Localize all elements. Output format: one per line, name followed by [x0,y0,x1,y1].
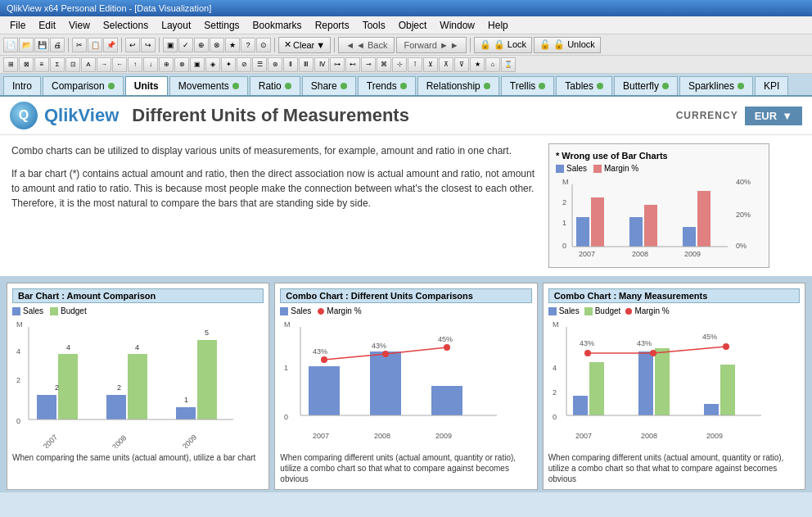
tb2-icon-30[interactable]: ⊽ [454,57,469,72]
tb2-icon-16[interactable]: ⊘ [237,57,251,72]
unlock-button[interactable]: 🔓 🔓 Unlock [534,37,601,53]
tb2-icon-12[interactable]: ⊗ [174,57,189,72]
tb2-icon-8[interactable]: ← [112,57,127,72]
menu-layout[interactable]: Layout [155,18,197,33]
tab-share[interactable]: Share [302,76,356,95]
menu-object[interactable]: Object [392,18,434,33]
clear-button[interactable]: ✕ Clear ▼ [278,37,331,53]
tb2-icon-15[interactable]: ✦ [221,57,236,72]
tb2-icon-25[interactable]: ⌘ [377,57,391,72]
new-btn[interactable]: 📄 [3,38,18,52]
tab-intro[interactable]: Intro [3,76,41,95]
tb-icon-5[interactable]: ★ [225,38,240,52]
tb2-icon-29[interactable]: ⊼ [439,57,453,72]
svg-text:2: 2 [16,376,20,384]
tb2-icon-33[interactable]: ⌛ [501,57,516,72]
tab-movements[interactable]: Movements [169,76,248,95]
menu-view[interactable]: View [62,18,97,33]
menu-tools[interactable]: Tools [356,18,392,33]
tab-ratio[interactable]: Ratio [250,76,300,95]
tb2-icon-7[interactable]: → [97,57,111,72]
open-btn[interactable]: 📂 [19,38,34,52]
tab-trends[interactable]: Trends [358,76,416,95]
tab-units[interactable]: Units [125,76,168,95]
tab-trellis[interactable]: Trellis [501,76,555,95]
tb2-icon-27[interactable]: ⊺ [408,57,422,72]
svg-rect-26 [106,395,126,419]
currency-dropdown[interactable]: EUR ▼ [745,107,802,125]
tb2-icon-23[interactable]: ⊷ [345,57,360,72]
tab-intro-label: Intro [12,80,32,92]
copy-btn[interactable]: 📋 [88,38,102,52]
svg-rect-47 [431,386,462,415]
tb-icon-2[interactable]: ✓ [178,38,193,52]
redo-btn[interactable]: ↪ [141,38,156,52]
paste-btn[interactable]: 📌 [103,38,118,52]
lock-button[interactable]: 🔒 🔒 Lock [474,37,532,53]
forward-button[interactable]: Forward ► ► [396,37,466,53]
svg-rect-12 [697,191,710,247]
tb-icon-1[interactable]: ▣ [163,38,178,52]
tab-relationship[interactable]: Relationship [417,76,499,95]
undo-btn[interactable]: ↩ [125,38,140,52]
tb2-icon-6[interactable]: A [81,57,96,72]
tb2-icon-32[interactable]: ⌂ [485,57,500,72]
tb2-icon-26[interactable]: ⊹ [392,57,407,72]
tb2-icon-3[interactable]: ≡ [34,57,49,72]
combo-chart1-title: Combo Chart : Different Units Comparison… [280,288,531,303]
menu-settings[interactable]: Settings [197,18,246,33]
tb-icon-7[interactable]: ⊙ [256,38,271,52]
description-para1: Combo charts can be utilized to display … [11,143,535,158]
unlock-icon: 🔓 [539,39,551,49]
menu-bookmarks[interactable]: Bookmarks [246,18,309,33]
print-btn[interactable]: 🖨 [50,38,65,52]
svg-text:40%: 40% [736,178,751,186]
save-btn[interactable]: 💾 [34,38,49,52]
tb2-icon-17[interactable]: ☰ [252,57,267,72]
tb2-icon-20[interactable]: Ⅲ [299,57,314,72]
menu-edit[interactable]: Edit [32,18,62,33]
tb-icon-4[interactable]: ⊗ [210,38,224,52]
wrong-chart-legend: Sales Margin % [556,164,762,173]
tb2-icon-4[interactable]: Σ [50,57,65,72]
menu-selections[interactable]: Selections [97,18,155,33]
menu-help[interactable]: Help [481,18,515,33]
wrong-chart-container: * Wrong use of Bar Charts Sales Margin %… [548,143,769,268]
cut-btn[interactable]: ✂ [72,38,87,52]
menu-window[interactable]: Window [433,18,481,33]
tb2-icon-14[interactable]: ◈ [205,57,220,72]
tb2-icon-1[interactable]: ⊞ [3,57,18,72]
tb-icon-6[interactable]: ? [241,38,255,52]
tb2-icon-18[interactable]: ⊛ [268,57,282,72]
tab-butterfly[interactable]: Butterfly [614,76,678,95]
tb2-icon-10[interactable]: ↓ [143,57,158,72]
tb2-icon-21[interactable]: Ⅳ [314,57,329,72]
tb2-icon-2[interactable]: ⊠ [19,57,34,72]
tb2-icon-22[interactable]: ⊶ [330,57,345,72]
tb2-icon-31[interactable]: ★ [470,57,485,72]
toolbar-2: ⊞ ⊠ ≡ Σ ⊡ A → ← ↑ ↓ ⊕ ⊗ ▣ ◈ ✦ ⊘ ☰ ⊛ Ⅱ Ⅲ … [0,56,812,74]
tb2-icon-19[interactable]: Ⅱ [283,57,298,72]
legend-margin-box [593,165,602,173]
tab-comparison[interactable]: Comparison [43,76,124,95]
page-title: Different Units of Measurements [132,105,409,126]
back-button[interactable]: ◄ ◄ Back [338,37,395,53]
tb2-icon-5[interactable]: ⊡ [65,57,80,72]
combo2-legend-margin: Margin % [625,306,669,315]
svg-text:4: 4 [16,347,20,356]
tb-icon-3[interactable]: ⊕ [194,38,209,52]
legend-margin: Margin % [593,164,638,173]
tab-tables[interactable]: Tables [556,76,612,95]
tb2-icon-11[interactable]: ⊕ [159,57,174,72]
separator-1 [68,38,69,52]
tb2-icon-13[interactable]: ▣ [190,57,205,72]
tb2-icon-9[interactable]: ↑ [128,57,142,72]
tb2-icon-28[interactable]: ⊻ [423,57,438,72]
separator-6 [470,38,471,52]
tb2-icon-24[interactable]: ⊸ [361,57,376,72]
menu-file[interactable]: File [3,18,32,33]
tab-sparklines[interactable]: Sparklines [679,76,753,95]
menu-reports[interactable]: Reports [309,18,356,33]
description-area: Combo charts can be utilized to display … [11,143,535,268]
tab-kpi[interactable]: KPI [755,76,788,95]
